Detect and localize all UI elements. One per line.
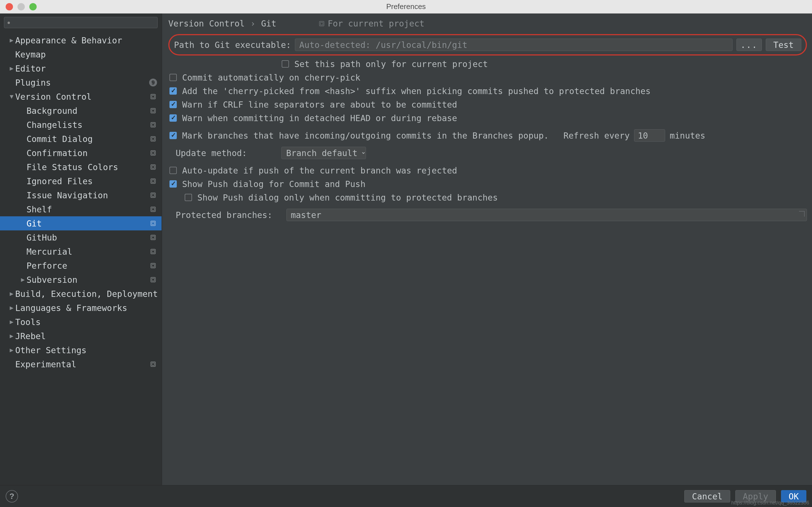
svg-rect-17 <box>152 208 154 210</box>
cherry-auto-checkbox[interactable] <box>169 74 177 81</box>
warn-crlf-checkbox[interactable] <box>169 101 177 108</box>
sidebar-item-plugins[interactable]: Plugins9 <box>0 75 161 90</box>
sidebar-item-shelf[interactable]: Shelf <box>0 202 161 216</box>
sidebar-item-perforce[interactable]: Perforce <box>0 259 161 273</box>
sidebar-item-tools[interactable]: ▶Tools <box>0 315 161 329</box>
sidebar-item-label: Shelf <box>27 204 149 215</box>
chevron-icon[interactable]: ▶ <box>19 276 27 284</box>
breadcrumb: Version Control › Git For current projec… <box>168 18 807 29</box>
sidebar-item-github[interactable]: GitHub <box>0 230 161 244</box>
sidebar-item-label: Background <box>27 105 149 116</box>
sidebar-item-subversion[interactable]: ▶Subversion <box>0 273 161 287</box>
minimize-icon[interactable] <box>17 3 25 10</box>
svg-rect-8 <box>151 151 156 156</box>
chevron-icon[interactable]: ▶ <box>8 318 15 326</box>
sidebar-item-issue-navigation[interactable]: Issue Navigation <box>0 188 161 202</box>
project-scope-icon <box>149 93 157 101</box>
search-input[interactable] <box>4 17 158 28</box>
help-button[interactable]: ? <box>6 490 18 503</box>
warn-detached-checkbox[interactable] <box>169 114 177 122</box>
sidebar-item-jrebel[interactable]: ▶JRebel <box>0 329 161 343</box>
chevron-icon[interactable]: ▶ <box>8 304 15 312</box>
sidebar-item-label: Git <box>27 218 149 229</box>
svg-rect-5 <box>152 123 154 126</box>
sidebar-item-commit-dialog[interactable]: Commit Dialog <box>0 132 161 146</box>
project-scope-icon <box>149 276 157 284</box>
test-button[interactable]: Test <box>766 39 801 51</box>
svg-rect-14 <box>151 193 156 198</box>
svg-rect-15 <box>152 194 154 196</box>
browse-button[interactable]: ... <box>737 39 762 51</box>
sidebar-item-mercurial[interactable]: Mercurial <box>0 244 161 259</box>
svg-rect-7 <box>152 137 154 140</box>
show-push-dialog-checkbox[interactable] <box>169 180 177 187</box>
svg-rect-18 <box>151 221 156 226</box>
sidebar-item-background[interactable]: Background <box>0 104 161 118</box>
svg-rect-2 <box>151 108 156 113</box>
project-scope-icon <box>149 205 157 213</box>
main-panel: Version Control › Git For current projec… <box>162 13 812 485</box>
sidebar-item-git[interactable]: Git <box>0 216 161 230</box>
show-push-protected-checkbox[interactable] <box>185 194 192 201</box>
chevron-icon[interactable]: ▶ <box>8 332 15 340</box>
chevron-right-icon: › <box>250 18 255 29</box>
mark-branches-checkbox[interactable] <box>169 132 177 139</box>
zoom-icon[interactable] <box>29 3 37 10</box>
git-path-input[interactable] <box>295 39 732 51</box>
sidebar-item-languages-frameworks[interactable]: ▶Languages & Frameworks <box>0 301 161 315</box>
project-scope-icon <box>149 247 157 256</box>
svg-rect-12 <box>151 179 156 184</box>
auto-update-label: Auto-update if push of the current branc… <box>182 165 457 176</box>
set-path-only-checkbox[interactable] <box>282 60 289 68</box>
svg-rect-0 <box>151 94 156 99</box>
update-method-select[interactable]: Branch default <box>282 147 366 159</box>
scope-note: For current project <box>319 18 424 29</box>
sidebar-item-confirmation[interactable]: Confirmation <box>0 146 161 160</box>
protected-branches-input[interactable] <box>287 209 807 221</box>
chevron-icon[interactable]: ▼ <box>8 93 15 101</box>
sidebar-item-label: GitHub <box>27 232 149 243</box>
sidebar-item-keymap[interactable]: Keymap <box>0 47 161 61</box>
sidebar-item-appearance-behavior[interactable]: ▶Appearance & Behavior <box>0 33 161 47</box>
cherry-suffix-checkbox[interactable] <box>169 87 177 95</box>
svg-rect-4 <box>151 122 156 127</box>
sidebar-item-label: Appearance & Behavior <box>15 35 161 46</box>
sidebar-item-label: Keymap <box>15 49 161 60</box>
sidebar: ▶Appearance & BehaviorKeymap▶EditorPlugi… <box>0 13 162 485</box>
chevron-icon[interactable]: ▶ <box>8 64 15 73</box>
svg-rect-23 <box>152 250 154 252</box>
auto-update-checkbox[interactable] <box>169 167 177 174</box>
sidebar-item-label: Version Control <box>15 91 149 102</box>
chevron-icon[interactable]: ▶ <box>8 290 15 298</box>
project-scope-icon <box>149 163 157 171</box>
sidebar-item-editor[interactable]: ▶Editor <box>0 61 161 75</box>
sidebar-item-experimental[interactable]: Experimental <box>0 357 161 371</box>
show-push-dialog-label: Show Push dialog for Commit and Push <box>182 179 365 189</box>
chevron-icon[interactable]: ▶ <box>8 346 15 354</box>
svg-rect-24 <box>151 263 156 268</box>
close-icon[interactable] <box>6 3 13 10</box>
sidebar-item-label: Other Settings <box>15 345 161 356</box>
sidebar-item-file-status-colors[interactable]: File Status Colors <box>0 160 161 174</box>
project-scope-icon <box>149 149 157 157</box>
sidebar-item-label: File Status Colors <box>27 162 149 173</box>
sidebar-item-other-settings[interactable]: ▶Other Settings <box>0 343 161 357</box>
breadcrumb-part: Version Control <box>168 18 245 29</box>
svg-rect-30 <box>319 21 324 26</box>
minutes-label: minutes <box>670 130 705 141</box>
sidebar-item-changelists[interactable]: Changelists <box>0 118 161 132</box>
refresh-interval-input[interactable] <box>634 129 665 142</box>
sidebar-item-build-execution-deployment[interactable]: ▶Build, Execution, Deployment <box>0 287 161 301</box>
project-scope-icon <box>149 177 157 185</box>
project-scope-icon <box>149 135 157 143</box>
svg-rect-29 <box>152 363 154 365</box>
sidebar-item-ignored-files[interactable]: Ignored Files <box>0 174 161 188</box>
svg-rect-3 <box>152 109 154 112</box>
git-path-row: Path to Git executable: ... Test <box>168 34 807 55</box>
window-controls <box>0 3 56 10</box>
chevron-icon[interactable]: ▶ <box>8 36 15 45</box>
sidebar-item-version-control[interactable]: ▼Version Control <box>0 90 161 104</box>
titlebar: Preferences <box>0 0 812 13</box>
cancel-button[interactable]: Cancel <box>684 490 730 503</box>
svg-rect-31 <box>320 22 323 25</box>
